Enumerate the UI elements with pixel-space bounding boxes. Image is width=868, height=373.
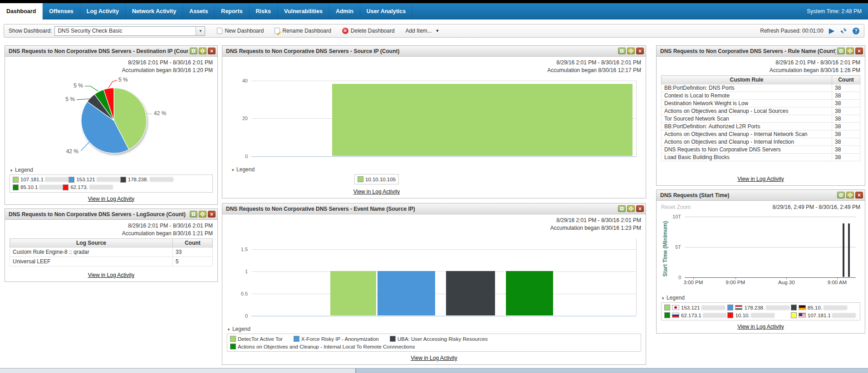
tab-user-analytics[interactable]: User Analytics bbox=[360, 3, 412, 19]
tab-assets[interactable]: Assets bbox=[183, 3, 215, 19]
tab-dashboard[interactable]: Dashboard bbox=[0, 3, 43, 19]
view-in-log-activity-link[interactable]: View in Log Activity bbox=[353, 189, 400, 195]
close-icon[interactable]: × bbox=[208, 48, 216, 54]
legend-item[interactable]: 62.173.1 bbox=[664, 312, 727, 318]
tab-risks[interactable]: Risks bbox=[250, 3, 278, 19]
play-icon[interactable]: ▶ bbox=[829, 27, 834, 34]
settings-gear-icon[interactable] bbox=[627, 48, 635, 54]
table-row[interactable]: BB:PortDefinition: Authorized L2R Ports3… bbox=[662, 122, 860, 130]
redacted-text bbox=[150, 177, 173, 182]
legend-toggle[interactable]: ▼Legend bbox=[227, 326, 641, 332]
close-icon[interactable]: × bbox=[208, 211, 216, 218]
help-icon[interactable]: ? bbox=[853, 28, 859, 34]
legend-item[interactable]: Actions on Objectives and Cleanup - Inte… bbox=[230, 344, 415, 349]
settings-gear-icon[interactable] bbox=[199, 211, 206, 218]
count-cell: 38 bbox=[832, 145, 860, 153]
panel-title: DNS Requests to Non Corporative DNS Serv… bbox=[226, 206, 415, 212]
chevron-down-icon[interactable]: ▼ bbox=[196, 27, 205, 35]
panel-dns-requests: DNS Requests (Start Time) × Reset Zoom 8… bbox=[656, 189, 865, 334]
data-spike[interactable] bbox=[848, 223, 850, 277]
column-header[interactable]: Custom Rule bbox=[662, 75, 832, 84]
tab-log-activity[interactable]: Log Activity bbox=[80, 3, 126, 19]
tab-network-activity[interactable]: Network Activity bbox=[126, 3, 183, 19]
collapse-triangle-icon: ▼ bbox=[227, 328, 230, 332]
column-header[interactable]: Count bbox=[832, 75, 860, 84]
add-item-button[interactable]: Add Item... ▼ bbox=[406, 28, 440, 34]
tab-offenses[interactable]: Offenses bbox=[43, 3, 80, 19]
legend-item[interactable]: DetecTor Active Tor bbox=[230, 336, 283, 342]
detach-icon[interactable] bbox=[190, 211, 197, 218]
table-row[interactable]: BB:PortDefinition: DNS Ports38 bbox=[662, 84, 860, 92]
view-in-log-activity-link[interactable]: View in Log Activity bbox=[737, 176, 784, 182]
legend-label: X-Force Risky IP - Anonymization bbox=[301, 336, 379, 342]
legend-item[interactable]: X-Force Risky IP - Anonymization bbox=[294, 336, 379, 342]
horizontal-scrollbar[interactable] bbox=[0, 368, 868, 373]
legend-item[interactable]: 10.10. bbox=[727, 312, 790, 318]
legend-item[interactable]: 85.10.1 bbox=[13, 184, 63, 190]
table-row[interactable]: Actions on Objectives and Cleanup - Inte… bbox=[662, 138, 860, 145]
bar[interactable] bbox=[332, 84, 632, 156]
x-axis-line bbox=[251, 156, 636, 157]
detach-icon[interactable] bbox=[837, 192, 845, 199]
legend-item[interactable]: 178.238. bbox=[727, 305, 790, 310]
close-icon[interactable]: × bbox=[855, 48, 863, 54]
tab-admin[interactable]: Admin bbox=[329, 3, 360, 19]
table-row[interactable]: Destination Network Weight is Low38 bbox=[662, 99, 860, 107]
detach-icon[interactable] bbox=[837, 48, 845, 54]
bar[interactable] bbox=[378, 271, 435, 315]
detach-icon[interactable] bbox=[618, 48, 626, 54]
table-row[interactable]: Universal LEEF5 bbox=[10, 257, 213, 266]
legend-toggle[interactable]: ▼Legend bbox=[661, 295, 860, 301]
bar[interactable] bbox=[446, 271, 495, 315]
tab-vulnerabilities[interactable]: Vulnerabilities bbox=[278, 3, 329, 19]
legend-item[interactable]: 62.173. bbox=[63, 184, 113, 190]
dashboard-select[interactable]: DNS Security Check Basic ▼ bbox=[54, 26, 205, 36]
settings-gear-icon[interactable] bbox=[627, 205, 635, 212]
table-row[interactable]: Actions on Objectives and Cleanup - Inte… bbox=[662, 130, 860, 138]
table-row[interactable]: Tor Sourced Network Scan38 bbox=[662, 115, 860, 122]
value-cell: Actions on Objectives and Cleanup - Inte… bbox=[662, 138, 832, 145]
legend-item[interactable]: 153.121 bbox=[664, 305, 727, 310]
bar[interactable] bbox=[506, 271, 553, 315]
settings-gear-icon[interactable] bbox=[199, 48, 206, 54]
legend-item[interactable]: 10.10.10.105 bbox=[358, 176, 396, 182]
legend-toggle[interactable]: ▼Legend bbox=[231, 166, 641, 173]
legend-toggle[interactable]: ▼Legend bbox=[10, 167, 213, 173]
rename-dashboard-button[interactable]: Rename Dashboard bbox=[275, 28, 331, 34]
close-icon[interactable]: × bbox=[855, 192, 863, 199]
view-in-log-activity-link[interactable]: View in Log Activity bbox=[737, 324, 784, 330]
view-in-log-activity-link[interactable]: View in Log Activity bbox=[88, 196, 135, 202]
legend-item[interactable]: 153.121 bbox=[69, 177, 120, 183]
table-row[interactable]: Context is Local to Remote38 bbox=[662, 92, 860, 99]
legend-item[interactable]: UBA: User Accessing Risky Resources bbox=[390, 336, 488, 342]
tab-reports[interactable]: Reports bbox=[215, 3, 249, 19]
legend-item[interactable]: 107.181.1 bbox=[13, 177, 69, 183]
detach-icon[interactable] bbox=[190, 48, 197, 54]
column-header[interactable]: Log Source bbox=[10, 238, 173, 247]
view-in-log-activity-link[interactable]: View in Log Activity bbox=[88, 272, 135, 278]
table-row[interactable]: DNS Requests to Non Corporative DNS Serv… bbox=[662, 145, 860, 153]
column-header[interactable]: Count bbox=[173, 238, 213, 247]
table-row[interactable]: Actions on Objectives and Cleanup - Loca… bbox=[662, 107, 860, 115]
table-row[interactable]: Load Basic Building Blocks38 bbox=[662, 153, 860, 161]
reset-zoom-button[interactable]: Reset Zoom bbox=[661, 204, 691, 210]
value-cell: Context is Local to Remote bbox=[662, 92, 832, 99]
view-in-log-activity-link[interactable]: View in Log Activity bbox=[411, 355, 457, 361]
delete-dashboard-button[interactable]: ✕ Delete Dashboard bbox=[342, 28, 395, 34]
detach-icon[interactable] bbox=[618, 205, 626, 212]
legend-item[interactable]: 178.238. bbox=[120, 177, 173, 183]
data-spike[interactable] bbox=[843, 223, 844, 277]
legend-item[interactable]: 85.10. bbox=[791, 305, 854, 310]
scrollbar-thumb[interactable] bbox=[355, 368, 868, 373]
bar[interactable] bbox=[330, 271, 376, 315]
count-cell: 38 bbox=[832, 84, 860, 92]
settings-gear-icon[interactable] bbox=[846, 192, 854, 199]
legend-item[interactable]: 107.181.1 bbox=[791, 312, 856, 318]
close-icon[interactable]: × bbox=[636, 48, 644, 54]
close-icon[interactable]: × bbox=[636, 205, 644, 212]
refresh-icon[interactable] bbox=[840, 27, 847, 34]
table-row[interactable]: Custom Rule Engine-8 :: qradar33 bbox=[10, 247, 213, 257]
legend-label: UBA: User Accessing Risky Resources bbox=[397, 336, 488, 342]
settings-gear-icon[interactable] bbox=[846, 48, 854, 54]
new-dashboard-button[interactable]: New Dashboard bbox=[217, 28, 264, 34]
